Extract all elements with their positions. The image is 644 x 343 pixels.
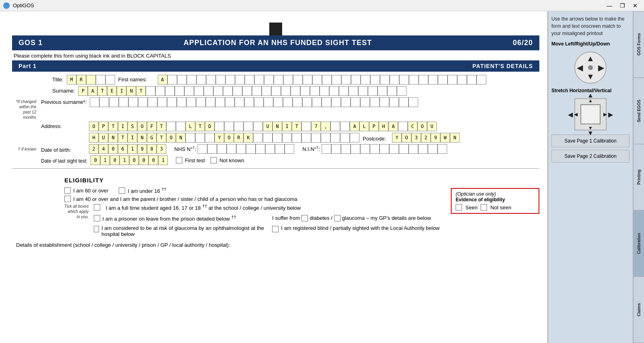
sn-20[interactable]	[271, 86, 281, 96]
ad2-12[interactable]	[205, 133, 215, 143]
sn-24[interactable]	[310, 86, 320, 96]
fn-18[interactable]	[332, 75, 341, 85]
ad2-23[interactable]	[311, 133, 321, 143]
ad1-22[interactable]	[301, 122, 311, 131]
fn-15[interactable]	[303, 75, 312, 85]
fn-0[interactable]: A	[158, 75, 167, 85]
fn-1[interactable]	[167, 75, 177, 85]
sn-14[interactable]	[213, 86, 223, 96]
fn-5[interactable]	[206, 75, 216, 85]
fn-31[interactable]	[457, 75, 467, 85]
nhs-6[interactable]	[256, 144, 265, 154]
ad2-1[interactable]: U	[99, 133, 108, 143]
ad2-22[interactable]	[301, 133, 311, 143]
stretch-inner-left[interactable]: ◀	[574, 112, 578, 117]
ad1-8[interactable]	[166, 122, 176, 131]
ad2-10[interactable]	[186, 133, 195, 143]
dob-1[interactable]: 4	[99, 144, 108, 154]
ad2-17[interactable]	[253, 133, 263, 143]
fn-27[interactable]	[419, 75, 428, 85]
ad1-10[interactable]: L	[186, 122, 195, 131]
ad1-21[interactable]: T	[292, 122, 301, 131]
sn-19[interactable]	[262, 86, 271, 96]
stretch-inner-up[interactable]: ▲	[588, 98, 593, 103]
nin-8[interactable]	[399, 144, 409, 154]
nin-6[interactable]	[380, 144, 389, 154]
fn-16[interactable]	[312, 75, 322, 85]
ad1-2[interactable]: T	[108, 122, 118, 131]
sn-10[interactable]	[175, 86, 184, 96]
sn-1[interactable]: A	[88, 86, 97, 96]
dob-4[interactable]: 1	[128, 144, 137, 154]
vtab-calibration[interactable]: Calibration	[633, 210, 644, 277]
ad2-20[interactable]	[282, 133, 292, 143]
elig-cb-3[interactable]	[94, 204, 100, 211]
nin-4[interactable]	[360, 144, 370, 154]
ls-0[interactable]: 0	[91, 155, 100, 165]
ad2-19[interactable]	[272, 133, 282, 143]
sn-17[interactable]	[242, 86, 252, 96]
sn-8[interactable]	[155, 86, 165, 96]
fn-26[interactable]	[409, 75, 419, 85]
elig-cb-0[interactable]	[64, 187, 71, 194]
sn-18[interactable]	[252, 86, 262, 96]
ad1-1[interactable]: P	[99, 122, 108, 131]
stretch-inner-down[interactable]: ▼	[588, 125, 593, 131]
fn-12[interactable]	[274, 75, 283, 85]
ad1-25[interactable]	[330, 122, 340, 131]
ls-3[interactable]: 1	[120, 155, 129, 165]
ad2-27[interactable]	[350, 133, 359, 143]
ad1-15[interactable]	[234, 122, 244, 131]
ad1-14[interactable]	[224, 122, 234, 131]
psn-25[interactable]	[331, 97, 341, 107]
elig-cb-1[interactable]	[119, 187, 125, 194]
fn-11[interactable]	[264, 75, 274, 85]
psn-24[interactable]	[322, 97, 331, 107]
vtab-claims[interactable]: Claims	[633, 277, 644, 343]
ad1-33[interactable]: C	[408, 122, 417, 131]
ad1-26[interactable]	[340, 122, 350, 131]
elig-cb-6[interactable]	[272, 226, 279, 232]
sn-33[interactable]	[397, 86, 407, 96]
ad1-16[interactable]	[244, 122, 253, 131]
nin-11[interactable]	[428, 144, 438, 154]
ls-4[interactable]: 0	[129, 155, 139, 165]
fn-10[interactable]	[254, 75, 264, 85]
sn-15[interactable]	[223, 86, 233, 96]
ad2-2[interactable]: N	[108, 133, 118, 143]
elig-cb-2[interactable]	[64, 196, 71, 202]
sn-3[interactable]: E	[107, 86, 117, 96]
psn-23[interactable]	[312, 97, 322, 107]
fn-4[interactable]	[196, 75, 206, 85]
sn-32[interactable]	[387, 86, 397, 96]
fn-22[interactable]	[370, 75, 380, 85]
psn-26[interactable]	[341, 97, 351, 107]
move-left-arrow[interactable]: ◀	[577, 63, 583, 72]
ad1-5[interactable]: O	[137, 122, 147, 131]
sn-25[interactable]	[320, 86, 329, 96]
fn-30[interactable]	[448, 75, 457, 85]
elig-cb-5[interactable]	[94, 226, 99, 232]
sn-27[interactable]	[339, 86, 349, 96]
fn-25[interactable]	[399, 75, 409, 85]
ad1-24[interactable]: ,	[321, 122, 330, 131]
ad1-7[interactable]: T	[157, 122, 166, 131]
psn-3[interactable]	[119, 97, 128, 107]
vtab-gos-forms[interactable]: GOS Forms	[633, 11, 644, 78]
dob-2[interactable]: 0	[108, 144, 118, 154]
nhs-0[interactable]	[198, 144, 207, 154]
nhs-2[interactable]	[217, 144, 227, 154]
ad1-3[interactable]: I	[118, 122, 128, 131]
psn-19[interactable]	[273, 97, 283, 107]
ad2-16[interactable]: K	[244, 133, 253, 143]
title-char-0[interactable]: M	[67, 75, 76, 85]
ad1-23[interactable]: 7	[311, 122, 321, 131]
glaucoma-cb[interactable]	[334, 215, 341, 221]
ls-5[interactable]: 0	[139, 155, 149, 165]
psn-1[interactable]	[99, 97, 109, 107]
ad2-9[interactable]: N	[176, 133, 186, 143]
fn-7[interactable]	[225, 75, 235, 85]
title-char-4[interactable]	[105, 75, 115, 85]
pc-5[interactable]: W	[440, 133, 450, 143]
ls-2[interactable]: 0	[110, 155, 120, 165]
